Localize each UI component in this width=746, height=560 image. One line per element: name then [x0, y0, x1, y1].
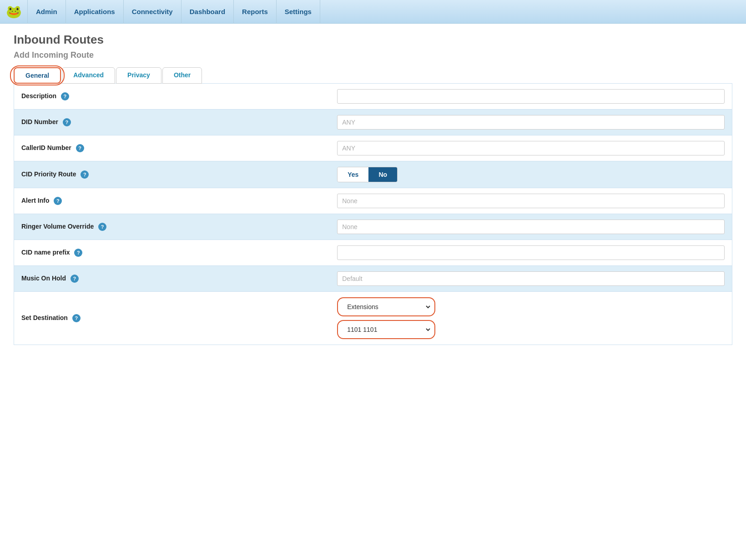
field-value-set-destination: Extensions 1101 1101 — [330, 292, 732, 345]
cid-name-prefix-input[interactable] — [337, 245, 725, 260]
help-icon-music-on-hold[interactable]: ? — [71, 275, 79, 283]
table-row: Ringer Volume Override ? — [14, 214, 732, 240]
help-icon-cid-priority[interactable]: ? — [81, 170, 89, 179]
tab-advanced[interactable]: Advanced — [62, 67, 115, 84]
nav-item-settings[interactable]: Settings — [277, 0, 320, 24]
destination-value-select[interactable]: 1101 1101 — [341, 322, 432, 337]
destination-group: Extensions 1101 1101 — [337, 297, 725, 339]
tab-other[interactable]: Other — [162, 67, 202, 84]
music-on-hold-input[interactable] — [337, 271, 725, 286]
table-row: CID Priority Route ? Yes No — [14, 161, 732, 188]
description-input[interactable] — [337, 89, 725, 104]
section-subtitle: Add Incoming Route — [14, 50, 732, 60]
help-icon-ringer-volume[interactable]: ? — [98, 223, 106, 231]
table-row: Description ? — [14, 84, 732, 110]
destination-type-select[interactable]: Extensions — [341, 300, 432, 314]
field-value-description — [330, 84, 732, 110]
tab-bar: General Advanced Privacy Other — [14, 67, 732, 84]
field-label-callerid: CallerID Number ? — [14, 135, 330, 161]
help-icon-cid-name-prefix[interactable]: ? — [74, 249, 82, 257]
table-row: Music On Hold ? — [14, 266, 732, 292]
top-nav: 🐸 Admin Applications Connectivity Dashbo… — [0, 0, 746, 24]
field-label-set-destination: Set Destination ? — [14, 292, 330, 345]
field-value-callerid — [330, 135, 732, 161]
help-icon-alert-info[interactable]: ? — [54, 197, 62, 205]
field-label-description: Description ? — [14, 84, 330, 110]
nav-item-admin[interactable]: Admin — [27, 0, 66, 24]
field-label-alert-info: Alert Info ? — [14, 188, 330, 214]
help-icon-description[interactable]: ? — [61, 92, 69, 100]
help-icon-set-destination[interactable]: ? — [72, 314, 81, 322]
field-label-ringer-volume: Ringer Volume Override ? — [14, 214, 330, 240]
page-content: Inbound Routes Add Incoming Route Genera… — [0, 24, 746, 354]
alert-info-input[interactable] — [337, 194, 725, 208]
field-value-cid-name-prefix — [330, 240, 732, 266]
nav-item-connectivity[interactable]: Connectivity — [124, 0, 181, 24]
page-title: Inbound Routes — [14, 33, 732, 47]
table-row: DID Number ? — [14, 110, 732, 135]
field-value-did — [330, 110, 732, 135]
logo-icon: 🐸 — [4, 2, 24, 22]
field-value-cid-priority: Yes No — [330, 161, 732, 188]
field-value-alert-info — [330, 188, 732, 214]
tab-general[interactable]: General — [14, 67, 61, 84]
field-label-cid-name-prefix: CID name prefix ? — [14, 240, 330, 266]
table-row: CID name prefix ? — [14, 240, 732, 266]
field-value-ringer-volume — [330, 214, 732, 240]
help-icon-did[interactable]: ? — [63, 118, 71, 126]
help-icon-callerid[interactable]: ? — [76, 144, 84, 152]
table-row: CallerID Number ? — [14, 135, 732, 161]
form-table: Description ? DID Number ? — [14, 83, 732, 345]
field-value-music-on-hold — [330, 266, 732, 292]
field-label-cid-priority: CID Priority Route ? — [14, 161, 330, 188]
field-label-music-on-hold: Music On Hold ? — [14, 266, 330, 292]
ringer-volume-input[interactable] — [337, 220, 725, 234]
field-label-did: DID Number ? — [14, 110, 330, 135]
nav-item-reports[interactable]: Reports — [234, 0, 277, 24]
cid-priority-toggle: Yes No — [337, 167, 398, 182]
table-row: Set Destination ? Extensions — [14, 292, 732, 345]
callerid-number-input[interactable] — [337, 141, 725, 155]
table-row: Alert Info ? — [14, 188, 732, 214]
nav-item-applications[interactable]: Applications — [66, 0, 124, 24]
tab-privacy[interactable]: Privacy — [116, 67, 161, 84]
did-number-input[interactable] — [337, 115, 725, 130]
toggle-no-button[interactable]: No — [368, 167, 397, 182]
nav-item-dashboard[interactable]: Dashboard — [181, 0, 234, 24]
toggle-yes-button[interactable]: Yes — [338, 167, 368, 182]
